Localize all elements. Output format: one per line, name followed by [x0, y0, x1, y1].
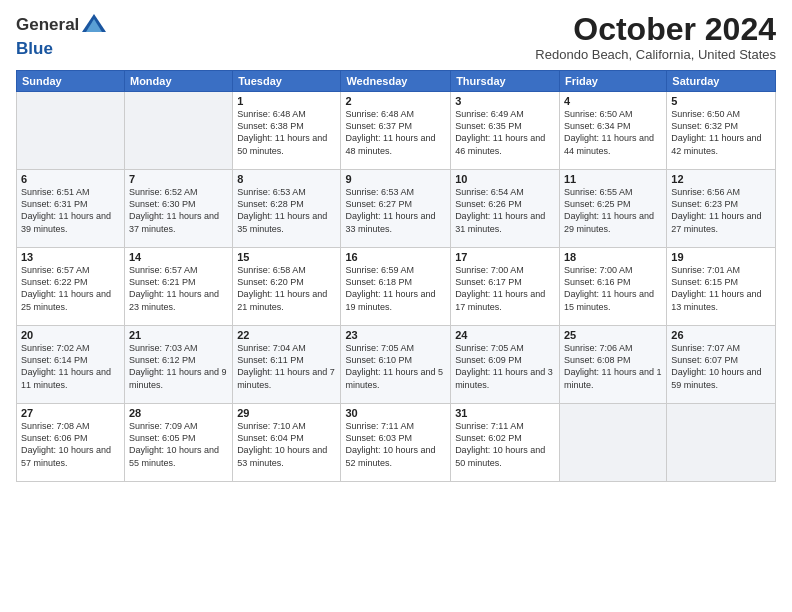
day-info: Sunrise: 6:51 AMSunset: 6:31 PMDaylight:… — [21, 186, 120, 235]
day-number: 28 — [129, 407, 228, 419]
day-number: 8 — [237, 173, 336, 185]
calendar-header-thursday: Thursday — [451, 71, 560, 92]
day-info: Sunrise: 6:48 AMSunset: 6:37 PMDaylight:… — [345, 108, 446, 157]
logo-blue: Blue — [16, 40, 108, 59]
calendar-header-tuesday: Tuesday — [233, 71, 341, 92]
calendar-cell: 20Sunrise: 7:02 AMSunset: 6:14 PMDayligh… — [17, 326, 125, 404]
calendar-table: SundayMondayTuesdayWednesdayThursdayFrid… — [16, 70, 776, 482]
day-number: 31 — [455, 407, 555, 419]
day-number: 3 — [455, 95, 555, 107]
calendar-header-sunday: Sunday — [17, 71, 125, 92]
calendar-cell: 10Sunrise: 6:54 AMSunset: 6:26 PMDayligh… — [451, 170, 560, 248]
day-info: Sunrise: 7:06 AMSunset: 6:08 PMDaylight:… — [564, 342, 662, 391]
calendar-cell: 2Sunrise: 6:48 AMSunset: 6:37 PMDaylight… — [341, 92, 451, 170]
calendar-cell: 25Sunrise: 7:06 AMSunset: 6:08 PMDayligh… — [559, 326, 666, 404]
calendar-cell: 8Sunrise: 6:53 AMSunset: 6:28 PMDaylight… — [233, 170, 341, 248]
day-info: Sunrise: 6:53 AMSunset: 6:27 PMDaylight:… — [345, 186, 446, 235]
month-title: October 2024 — [535, 12, 776, 47]
calendar-cell: 9Sunrise: 6:53 AMSunset: 6:27 PMDaylight… — [341, 170, 451, 248]
day-info: Sunrise: 6:58 AMSunset: 6:20 PMDaylight:… — [237, 264, 336, 313]
day-number: 20 — [21, 329, 120, 341]
day-number: 6 — [21, 173, 120, 185]
location-subtitle: Redondo Beach, California, United States — [535, 47, 776, 62]
day-info: Sunrise: 6:50 AMSunset: 6:32 PMDaylight:… — [671, 108, 771, 157]
day-info: Sunrise: 6:56 AMSunset: 6:23 PMDaylight:… — [671, 186, 771, 235]
day-info: Sunrise: 7:03 AMSunset: 6:12 PMDaylight:… — [129, 342, 228, 391]
day-number: 23 — [345, 329, 446, 341]
calendar-cell: 1Sunrise: 6:48 AMSunset: 6:38 PMDaylight… — [233, 92, 341, 170]
day-number: 17 — [455, 251, 555, 263]
day-info: Sunrise: 6:54 AMSunset: 6:26 PMDaylight:… — [455, 186, 555, 235]
title-block: October 2024 Redondo Beach, California, … — [535, 12, 776, 62]
page: General Blue October 2024 Redondo Beach,… — [0, 0, 792, 612]
day-number: 24 — [455, 329, 555, 341]
day-number: 11 — [564, 173, 662, 185]
day-info: Sunrise: 6:59 AMSunset: 6:18 PMDaylight:… — [345, 264, 446, 313]
day-info: Sunrise: 7:05 AMSunset: 6:10 PMDaylight:… — [345, 342, 446, 391]
calendar-cell: 27Sunrise: 7:08 AMSunset: 6:06 PMDayligh… — [17, 404, 125, 482]
day-number: 13 — [21, 251, 120, 263]
day-number: 30 — [345, 407, 446, 419]
day-number: 1 — [237, 95, 336, 107]
day-info: Sunrise: 7:11 AMSunset: 6:03 PMDaylight:… — [345, 420, 446, 469]
day-number: 18 — [564, 251, 662, 263]
calendar-cell: 30Sunrise: 7:11 AMSunset: 6:03 PMDayligh… — [341, 404, 451, 482]
day-number: 26 — [671, 329, 771, 341]
header: General Blue October 2024 Redondo Beach,… — [16, 12, 776, 62]
calendar-cell: 19Sunrise: 7:01 AMSunset: 6:15 PMDayligh… — [667, 248, 776, 326]
calendar-header-row: SundayMondayTuesdayWednesdayThursdayFrid… — [17, 71, 776, 92]
day-number: 12 — [671, 173, 771, 185]
day-info: Sunrise: 6:55 AMSunset: 6:25 PMDaylight:… — [564, 186, 662, 235]
day-info: Sunrise: 6:57 AMSunset: 6:22 PMDaylight:… — [21, 264, 120, 313]
calendar-cell: 6Sunrise: 6:51 AMSunset: 6:31 PMDaylight… — [17, 170, 125, 248]
calendar-cell: 16Sunrise: 6:59 AMSunset: 6:18 PMDayligh… — [341, 248, 451, 326]
calendar-header-saturday: Saturday — [667, 71, 776, 92]
calendar-cell: 24Sunrise: 7:05 AMSunset: 6:09 PMDayligh… — [451, 326, 560, 404]
day-info: Sunrise: 7:09 AMSunset: 6:05 PMDaylight:… — [129, 420, 228, 469]
day-number: 2 — [345, 95, 446, 107]
day-number: 9 — [345, 173, 446, 185]
calendar-week-row: 20Sunrise: 7:02 AMSunset: 6:14 PMDayligh… — [17, 326, 776, 404]
day-number: 10 — [455, 173, 555, 185]
calendar-cell — [124, 92, 232, 170]
calendar-cell: 29Sunrise: 7:10 AMSunset: 6:04 PMDayligh… — [233, 404, 341, 482]
calendar-cell: 14Sunrise: 6:57 AMSunset: 6:21 PMDayligh… — [124, 248, 232, 326]
day-info: Sunrise: 7:07 AMSunset: 6:07 PMDaylight:… — [671, 342, 771, 391]
calendar-cell: 18Sunrise: 7:00 AMSunset: 6:16 PMDayligh… — [559, 248, 666, 326]
calendar-cell: 31Sunrise: 7:11 AMSunset: 6:02 PMDayligh… — [451, 404, 560, 482]
calendar-cell — [667, 404, 776, 482]
calendar-cell: 12Sunrise: 6:56 AMSunset: 6:23 PMDayligh… — [667, 170, 776, 248]
day-info: Sunrise: 7:11 AMSunset: 6:02 PMDaylight:… — [455, 420, 555, 469]
day-number: 16 — [345, 251, 446, 263]
day-number: 19 — [671, 251, 771, 263]
day-info: Sunrise: 6:49 AMSunset: 6:35 PMDaylight:… — [455, 108, 555, 157]
day-info: Sunrise: 7:10 AMSunset: 6:04 PMDaylight:… — [237, 420, 336, 469]
calendar-cell: 11Sunrise: 6:55 AMSunset: 6:25 PMDayligh… — [559, 170, 666, 248]
day-number: 14 — [129, 251, 228, 263]
day-number: 27 — [21, 407, 120, 419]
calendar-cell: 4Sunrise: 6:50 AMSunset: 6:34 PMDaylight… — [559, 92, 666, 170]
calendar-cell: 13Sunrise: 6:57 AMSunset: 6:22 PMDayligh… — [17, 248, 125, 326]
day-info: Sunrise: 7:04 AMSunset: 6:11 PMDaylight:… — [237, 342, 336, 391]
day-info: Sunrise: 7:00 AMSunset: 6:16 PMDaylight:… — [564, 264, 662, 313]
day-number: 5 — [671, 95, 771, 107]
day-number: 4 — [564, 95, 662, 107]
logo-general: General — [16, 15, 79, 34]
calendar-cell: 3Sunrise: 6:49 AMSunset: 6:35 PMDaylight… — [451, 92, 560, 170]
day-info: Sunrise: 6:50 AMSunset: 6:34 PMDaylight:… — [564, 108, 662, 157]
day-info: Sunrise: 7:00 AMSunset: 6:17 PMDaylight:… — [455, 264, 555, 313]
calendar-week-row: 13Sunrise: 6:57 AMSunset: 6:22 PMDayligh… — [17, 248, 776, 326]
calendar-cell: 7Sunrise: 6:52 AMSunset: 6:30 PMDaylight… — [124, 170, 232, 248]
calendar-header-monday: Monday — [124, 71, 232, 92]
day-number: 22 — [237, 329, 336, 341]
day-number: 29 — [237, 407, 336, 419]
day-number: 7 — [129, 173, 228, 185]
calendar-cell — [559, 404, 666, 482]
day-info: Sunrise: 7:05 AMSunset: 6:09 PMDaylight:… — [455, 342, 555, 391]
calendar-week-row: 6Sunrise: 6:51 AMSunset: 6:31 PMDaylight… — [17, 170, 776, 248]
day-info: Sunrise: 6:48 AMSunset: 6:38 PMDaylight:… — [237, 108, 336, 157]
calendar-week-row: 1Sunrise: 6:48 AMSunset: 6:38 PMDaylight… — [17, 92, 776, 170]
day-number: 15 — [237, 251, 336, 263]
calendar-week-row: 27Sunrise: 7:08 AMSunset: 6:06 PMDayligh… — [17, 404, 776, 482]
calendar-cell: 17Sunrise: 7:00 AMSunset: 6:17 PMDayligh… — [451, 248, 560, 326]
